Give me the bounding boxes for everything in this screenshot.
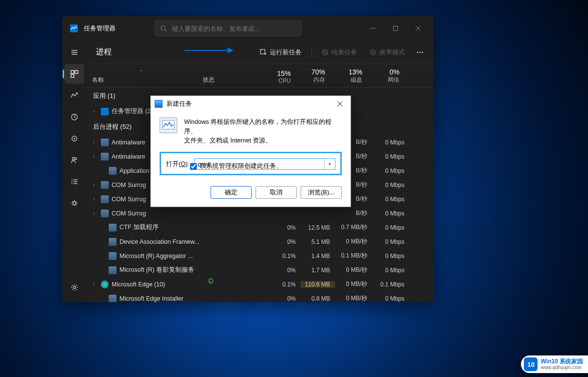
- disk-value: 0 MB/秒: [335, 294, 372, 302]
- sidebar: [62, 41, 86, 302]
- admin-checkbox-label[interactable]: 以系统管理权限创建此任务。: [200, 162, 282, 170]
- expand-toggle[interactable]: ›: [90, 182, 98, 188]
- end-task-button[interactable]: 结束任务: [317, 45, 362, 60]
- svg-point-25: [73, 202, 76, 205]
- memory-value: 110.6 MB: [301, 281, 335, 288]
- search-input[interactable]: [172, 25, 296, 32]
- network-value: 0.1 Mbps: [372, 281, 409, 288]
- column-disk-header[interactable]: 13%磁盘: [330, 68, 367, 84]
- expand-toggle[interactable]: ›: [90, 154, 98, 159]
- process-name: Microsoft Edge (10): [112, 281, 208, 288]
- process-icon: [109, 167, 117, 175]
- column-cpu-header[interactable]: 15%CPU: [261, 70, 296, 84]
- toolbar-separator: [311, 47, 312, 58]
- process-name: Microsoft Edge Installer: [119, 295, 208, 302]
- table-row[interactable]: Microsoft (R) 卷影复制服务 0% 1.7 MB 0 MB/秒 0 …: [86, 263, 433, 277]
- disk-value: B/秒: [335, 209, 372, 217]
- network-value: 0 Mbps: [372, 267, 409, 274]
- svg-point-18: [75, 158, 77, 160]
- column-network-header[interactable]: 0%网络: [367, 68, 404, 84]
- dialog-titlebar: 新建任务: [151, 96, 351, 112]
- network-value: 0 Mbps: [372, 253, 409, 259]
- sidebar-users[interactable]: [65, 150, 84, 170]
- process-icon: [101, 210, 109, 217]
- ok-button[interactable]: 确定: [211, 186, 252, 199]
- process-name: Microsoft (R) 卷影复制服务: [119, 266, 208, 274]
- watermark-url: www.qdhuajin.com: [541, 365, 583, 370]
- column-name-header[interactable]: ⌃ 名称: [90, 76, 203, 84]
- network-value: 0 Mbps: [372, 167, 409, 174]
- app-title: 任务管理器: [84, 24, 116, 33]
- admin-checkbox[interactable]: [190, 163, 197, 170]
- efficiency-icon: [370, 49, 376, 56]
- sidebar-hamburger[interactable]: [65, 43, 84, 62]
- column-memory-header[interactable]: 70%内存: [296, 68, 330, 84]
- run-new-task-button[interactable]: 运行新任务: [255, 45, 306, 60]
- watermark-icon: 10: [524, 357, 538, 371]
- sidebar-services[interactable]: [65, 193, 84, 213]
- table-row[interactable]: CTF 加载程序 0% 12.5 MB 0.7 MB/秒 0 Mbps: [86, 220, 433, 235]
- memory-value: 12.5 MB: [301, 224, 335, 231]
- sidebar-history[interactable]: [65, 107, 84, 127]
- table-header: ⌃ 名称 状态 15%CPU 70%内存 13%磁盘 0%网络: [86, 64, 433, 88]
- table-row[interactable]: Microsoft Edge Installer 0% 0.8 MB 0 MB/…: [86, 291, 433, 302]
- admin-checkbox-row: 以系统管理权限创建此任务。: [190, 162, 342, 170]
- search-box[interactable]: [155, 21, 302, 36]
- svg-line-1: [165, 30, 167, 32]
- table-row[interactable]: Microsoft (R) Aggregator ... 0.1% 1.4 MB…: [86, 249, 433, 263]
- svg-rect-3: [394, 26, 398, 31]
- toolbar: 进程 运行新任务 结束任务 效率模式: [86, 41, 433, 64]
- table-row[interactable]: › Microsoft Edge (10) 0.1% 110.6 MB 0 MB…: [86, 277, 433, 291]
- maximize-button[interactable]: [384, 21, 407, 36]
- process-icon: [109, 224, 117, 232]
- sidebar-performance[interactable]: [65, 86, 84, 105]
- table-row[interactable]: Device Association Framew... 0% 5.1 MB 0…: [86, 235, 433, 249]
- svg-rect-10: [75, 71, 78, 73]
- network-value: 0 Mbps: [372, 139, 409, 146]
- disk-value: 0 MB/秒: [335, 280, 372, 288]
- expand-toggle[interactable]: ›: [90, 282, 98, 287]
- network-value: 0 Mbps: [372, 295, 409, 302]
- process-icon: [109, 252, 117, 260]
- cancel-button[interactable]: 取消: [256, 186, 297, 199]
- svg-line-38: [210, 281, 211, 283]
- sidebar-startup[interactable]: [65, 129, 84, 148]
- sidebar-details[interactable]: [65, 172, 84, 191]
- process-icon: [109, 266, 117, 274]
- browse-button[interactable]: 浏览(B)...: [301, 186, 342, 199]
- cpu-value: 0.1%: [266, 281, 301, 288]
- expand-toggle[interactable]: ›: [90, 109, 98, 114]
- column-status-header[interactable]: 状态: [203, 76, 261, 84]
- svg-point-26: [73, 286, 75, 289]
- process-icon: [101, 139, 109, 146]
- run-task-icon: [260, 49, 267, 56]
- dialog-close-button[interactable]: [333, 99, 347, 109]
- close-button[interactable]: [407, 21, 429, 36]
- expand-toggle[interactable]: ›: [90, 140, 98, 145]
- cpu-value: 0%: [266, 224, 301, 231]
- efficiency-mode-button[interactable]: 效率模式: [365, 45, 410, 60]
- process-icon: [101, 153, 109, 161]
- efficiency-leaf-icon: [208, 278, 266, 284]
- process-status: [208, 278, 266, 291]
- process-name: COM Surrog: [112, 210, 208, 217]
- table-row[interactable]: › COM Surrog B/秒 0 Mbps: [86, 206, 433, 220]
- memory-value: 5.1 MB: [301, 238, 335, 245]
- expand-toggle[interactable]: ›: [90, 211, 98, 216]
- svg-rect-9: [71, 71, 74, 73]
- sidebar-processes[interactable]: [65, 64, 84, 84]
- section-title: 进程: [96, 47, 112, 57]
- disk-value: 0.1 MB/秒: [335, 252, 372, 260]
- expand-toggle[interactable]: ›: [90, 196, 98, 202]
- process-icon: [101, 108, 109, 116]
- process-icon: [109, 238, 117, 246]
- sidebar-settings[interactable]: [65, 278, 84, 297]
- watermark: 10 Win10 系统家园 www.qdhuajin.com: [521, 355, 588, 373]
- process-icon: [109, 295, 117, 303]
- minimize-button[interactable]: [362, 21, 384, 36]
- end-task-icon: [322, 49, 329, 56]
- svg-point-33: [373, 51, 374, 53]
- network-value: 0 Mbps: [372, 210, 409, 217]
- svg-line-31: [323, 50, 327, 54]
- toolbar-more-button[interactable]: [413, 48, 427, 56]
